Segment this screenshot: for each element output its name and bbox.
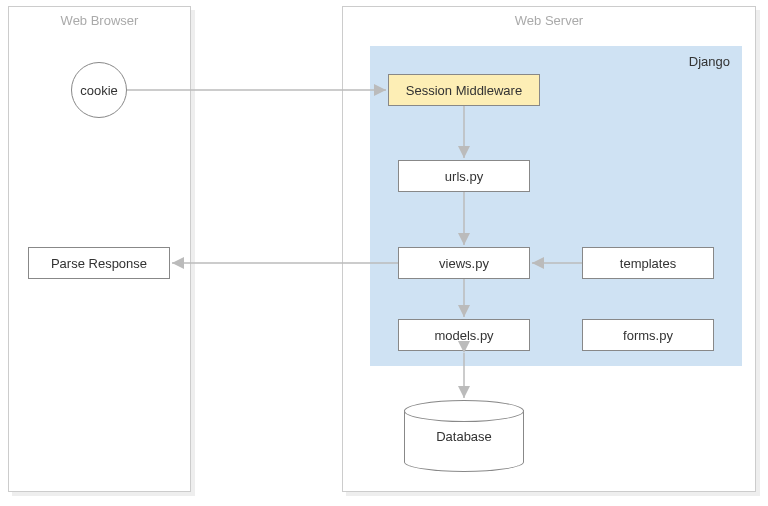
web-server-title: Web Server (343, 13, 755, 28)
cookie-node: cookie (71, 62, 127, 118)
session-middleware-label: Session Middleware (406, 83, 522, 98)
models-label: models.py (434, 328, 493, 343)
models-node: models.py (398, 319, 530, 351)
parse-response-node: Parse Response (28, 247, 170, 279)
session-middleware-node: Session Middleware (388, 74, 540, 106)
cookie-label: cookie (80, 83, 118, 98)
database-label: Database (436, 429, 492, 444)
urls-node: urls.py (398, 160, 530, 192)
templates-label: templates (620, 256, 676, 271)
views-node: views.py (398, 247, 530, 279)
forms-node: forms.py (582, 319, 714, 351)
parse-response-label: Parse Response (51, 256, 147, 271)
views-label: views.py (439, 256, 489, 271)
web-browser-title: Web Browser (9, 13, 190, 28)
forms-label: forms.py (623, 328, 673, 343)
database-node: Database (404, 400, 524, 472)
django-title: Django (689, 54, 730, 69)
urls-label: urls.py (445, 169, 483, 184)
templates-node: templates (582, 247, 714, 279)
